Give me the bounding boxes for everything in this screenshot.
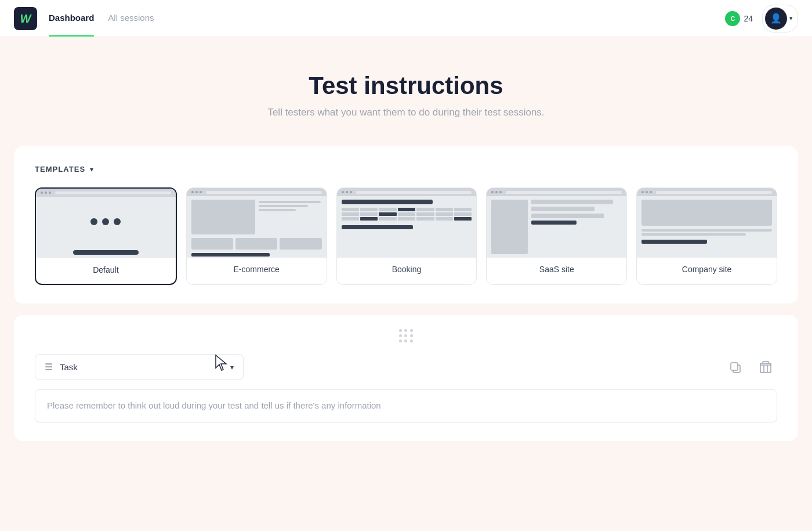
drag-dot [404,339,407,342]
user-icon: 👤 [770,13,782,24]
header: W Dashboard All sessions C 24 👤 ▾ [0,0,812,37]
task-content-text: Please remember to think out loud during… [47,399,765,413]
hamburger-icon: ☰ [45,362,53,373]
task-type-label: Task [60,362,223,372]
page-subtitle: Tell testers what you want them to do du… [14,107,798,118]
template-booking[interactable]: Booking [336,187,477,285]
template-saas-preview [487,188,626,258]
delete-button[interactable] [754,356,777,379]
drag-handle[interactable] [35,329,777,342]
drag-dot [410,334,413,337]
svg-rect-1 [731,363,738,370]
avatar-dropdown[interactable]: 👤 ▾ [762,5,798,32]
credits-badge: C 24 [725,11,753,26]
template-ecommerce-preview [187,188,327,258]
template-default-label: Default [36,265,176,274]
template-saas[interactable]: SaaS site [486,187,627,285]
templates-header: TEMPLATES ▾ [35,165,777,174]
tab-all-sessions[interactable]: All sessions [108,0,154,37]
task-actions [724,356,777,379]
copy-button[interactable] [724,356,747,379]
templates-chevron-icon[interactable]: ▾ [90,165,93,174]
task-card: ☰ Task ▾ [14,315,798,441]
page-heading: Test instructions Tell testers what you … [14,72,798,118]
avatar-button[interactable]: 👤 [765,8,787,30]
template-default[interactable]: Default [35,187,177,285]
template-ecommerce-label: E-commerce [187,265,327,274]
drag-dot [399,329,402,332]
template-saas-label: SaaS site [487,265,626,274]
drag-dot [410,329,413,332]
template-company[interactable]: Company site [636,187,777,285]
drag-dot [404,329,407,332]
main-content: Test instructions Tell testers what you … [0,37,812,464]
templates-grid: Default [35,187,777,285]
task-row: ☰ Task ▾ [35,354,777,380]
template-booking-preview [337,188,477,258]
template-default-preview [36,189,176,258]
credits-icon: C [725,11,740,26]
task-type-select[interactable]: ☰ Task ▾ [35,354,244,380]
tab-dashboard[interactable]: Dashboard [49,0,94,37]
nav-tabs: Dashboard All sessions [49,0,154,37]
logo-icon: W [20,13,31,24]
template-booking-label: Booking [337,265,477,274]
task-chevron-icon: ▾ [230,363,234,371]
drag-dot [399,339,402,342]
header-right: C 24 👤 ▾ [725,5,798,32]
logo[interactable]: W [14,7,37,30]
task-content-box: Please remember to think out loud during… [35,389,777,422]
templates-label: TEMPLATES [35,165,85,174]
template-ecommerce[interactable]: E-commerce [186,187,327,285]
credits-count: 24 [744,14,753,23]
drag-dot [410,339,413,342]
chevron-down-icon: ▾ [789,15,793,22]
drag-dot [404,334,407,337]
template-company-preview [637,188,777,258]
drag-dot [399,334,402,337]
templates-card: TEMPLATES ▾ [14,146,798,304]
template-company-label: Company site [637,265,777,274]
page-title: Test instructions [14,72,798,100]
